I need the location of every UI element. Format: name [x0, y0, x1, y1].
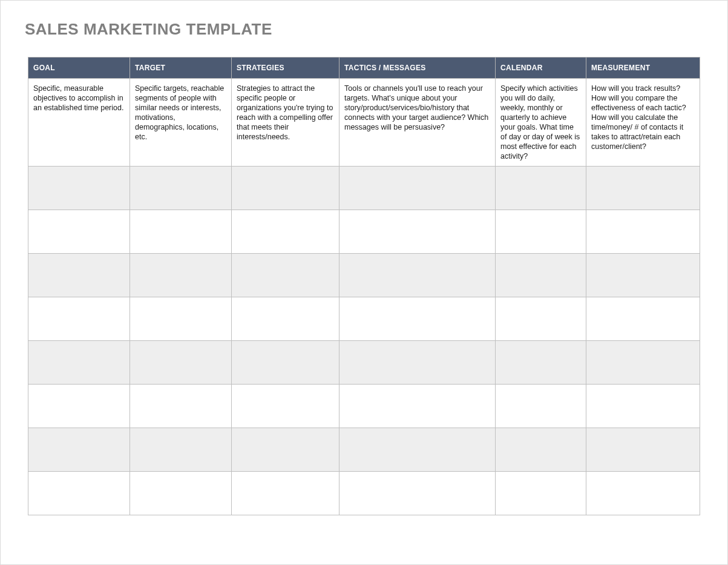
table-row [28, 385, 700, 428]
blank-cell[interactable] [339, 254, 496, 297]
blank-cell[interactable] [232, 297, 339, 341]
blank-cell[interactable] [586, 472, 700, 515]
blank-cell[interactable] [339, 472, 496, 515]
desc-target: Specific targets, reachable segments of … [130, 79, 232, 167]
blank-cell[interactable] [586, 428, 700, 472]
blank-cell[interactable] [28, 254, 130, 297]
blank-cell[interactable] [28, 167, 130, 210]
page-title: SALES MARKETING TEMPLATE [25, 20, 704, 39]
blank-cell[interactable] [496, 167, 586, 210]
blank-cell[interactable] [339, 210, 496, 254]
blank-cell[interactable] [586, 254, 700, 297]
description-row: Specific, measurable objectives to accom… [28, 79, 700, 167]
col-header-tactics: TACTICS / MESSAGES [339, 58, 496, 79]
blank-cell[interactable] [28, 428, 130, 472]
blank-cell[interactable] [496, 341, 586, 385]
col-header-calendar: CALENDAR [496, 58, 586, 79]
desc-calendar: Specify which activities you will do dai… [496, 79, 586, 167]
document-page: SALES MARKETING TEMPLATE GOAL TARGET STR… [7, 7, 721, 564]
table-row [28, 210, 700, 254]
blank-cell[interactable] [586, 341, 700, 385]
blank-cell[interactable] [496, 428, 586, 472]
col-header-strategies: STRATEGIES [232, 58, 339, 79]
desc-goal: Specific, measurable objectives to accom… [28, 79, 130, 167]
table-row [28, 472, 700, 515]
blank-cell[interactable] [232, 167, 339, 210]
blank-cell[interactable] [496, 297, 586, 341]
blank-cell[interactable] [28, 472, 130, 515]
blank-cell[interactable] [586, 210, 700, 254]
table-row [28, 428, 700, 472]
table-row [28, 341, 700, 385]
table-row [28, 167, 700, 210]
blank-cell[interactable] [232, 254, 339, 297]
desc-strategies: Strategies to attract the specific peopl… [232, 79, 339, 167]
blank-cell[interactable] [496, 210, 586, 254]
table-row [28, 254, 700, 297]
blank-cell[interactable] [130, 341, 232, 385]
blank-cell[interactable] [496, 385, 586, 428]
blank-cell[interactable] [232, 385, 339, 428]
blank-cell[interactable] [232, 472, 339, 515]
blank-cell[interactable] [130, 297, 232, 341]
table-header-row: GOAL TARGET STRATEGIES TACTICS / MESSAGE… [28, 58, 700, 79]
blank-cell[interactable] [339, 341, 496, 385]
sales-marketing-table: GOAL TARGET STRATEGIES TACTICS / MESSAGE… [28, 57, 700, 515]
blank-cell[interactable] [586, 297, 700, 341]
blank-cell[interactable] [28, 385, 130, 428]
col-header-goal: GOAL [28, 58, 130, 79]
blank-cell[interactable] [339, 385, 496, 428]
blank-cell[interactable] [339, 428, 496, 472]
blank-cell[interactable] [232, 428, 339, 472]
desc-measurement: How will you track results? How will you… [586, 79, 700, 167]
blank-cell[interactable] [28, 297, 130, 341]
blank-cell[interactable] [586, 167, 700, 210]
blank-cell[interactable] [232, 341, 339, 385]
blank-cell[interactable] [130, 472, 232, 515]
blank-cell[interactable] [130, 428, 232, 472]
blank-cell[interactable] [496, 254, 586, 297]
blank-cell[interactable] [130, 254, 232, 297]
blank-cell[interactable] [586, 385, 700, 428]
blank-cell[interactable] [130, 210, 232, 254]
table-body: Specific, measurable objectives to accom… [28, 79, 700, 515]
blank-cell[interactable] [28, 210, 130, 254]
blank-cell[interactable] [28, 341, 130, 385]
col-header-measurement: MEASUREMENT [586, 58, 700, 79]
blank-cell[interactable] [339, 167, 496, 210]
col-header-target: TARGET [130, 58, 232, 79]
desc-tactics: Tools or channels you'll use to reach yo… [339, 79, 496, 167]
blank-cell[interactable] [130, 385, 232, 428]
blank-cell[interactable] [232, 210, 339, 254]
table-row [28, 297, 700, 341]
blank-cell[interactable] [496, 472, 586, 515]
document-frame: SALES MARKETING TEMPLATE GOAL TARGET STR… [0, 0, 728, 565]
blank-cell[interactable] [339, 297, 496, 341]
blank-cell[interactable] [130, 167, 232, 210]
